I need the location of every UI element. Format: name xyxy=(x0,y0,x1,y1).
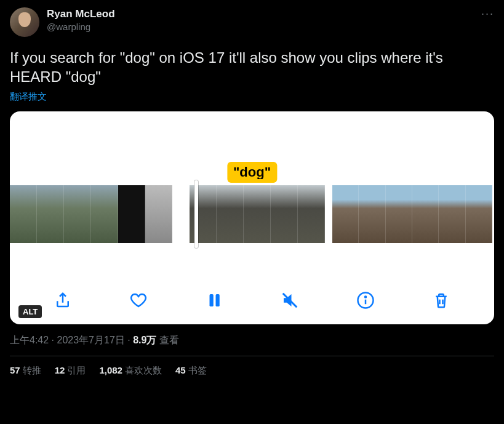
views-count: 8.9万 xyxy=(133,335,156,345)
media-toolbar xyxy=(10,290,494,311)
alt-badge[interactable]: ALT xyxy=(18,305,42,318)
tweet-container: Ryan McLeod @warpling ··· If you search … xyxy=(0,0,504,384)
media-card[interactable]: "dog" xyxy=(10,111,494,324)
clip-group[interactable] xyxy=(10,185,182,243)
svg-rect-1 xyxy=(215,294,219,306)
more-icon[interactable]: ··· xyxy=(481,7,494,20)
views-label: 查看 xyxy=(156,335,178,345)
svg-point-5 xyxy=(365,297,366,298)
mute-icon[interactable] xyxy=(279,290,300,311)
quotes-stat[interactable]: 12引用 xyxy=(55,365,86,377)
meta-date[interactable]: 2023年7月17日 xyxy=(57,335,124,345)
heart-icon[interactable] xyxy=(128,290,149,311)
likes-stat[interactable]: 1,082喜欢次数 xyxy=(99,365,162,377)
bookmarks-stat[interactable]: 45书签 xyxy=(175,365,207,377)
playhead[interactable] xyxy=(194,180,198,248)
video-timeline[interactable] xyxy=(10,185,494,243)
info-icon[interactable] xyxy=(355,290,376,311)
author-names[interactable]: Ryan McLeod @warpling xyxy=(47,7,115,33)
svg-rect-0 xyxy=(209,294,213,306)
retweets-stat[interactable]: 57转推 xyxy=(10,365,41,377)
share-icon[interactable] xyxy=(52,290,73,311)
clip-group[interactable] xyxy=(190,185,325,243)
translate-link[interactable]: 翻译推文 xyxy=(10,91,47,103)
pause-icon[interactable] xyxy=(204,290,225,311)
search-marker-icon xyxy=(251,179,263,183)
meta-time[interactable]: 上午4:42 xyxy=(10,335,49,345)
display-name: Ryan McLeod xyxy=(47,7,115,21)
tweet-text: If you search for "dog" on iOS 17 it'll … xyxy=(10,48,494,86)
tweet-header: Ryan McLeod @warpling ··· xyxy=(10,7,494,37)
trash-icon[interactable] xyxy=(431,290,452,311)
tweet-stats: 57转推 12引用 1,082喜欢次数 45书签 xyxy=(10,365,494,377)
tweet-meta: 上午4:42 · 2023年7月17日 · 8.9万 查看 xyxy=(10,334,494,347)
avatar[interactable] xyxy=(10,7,39,37)
handle: @warpling xyxy=(47,21,115,33)
clip-group[interactable] xyxy=(332,185,492,243)
divider xyxy=(10,356,494,356)
